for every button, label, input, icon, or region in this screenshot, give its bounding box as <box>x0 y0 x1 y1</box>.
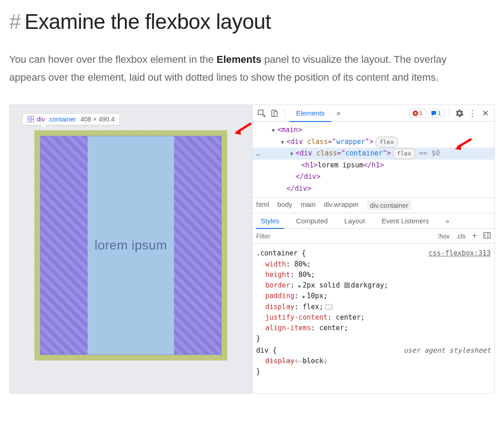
intro-paragraph: You can hover over the flexbox element i… <box>9 50 477 86</box>
divider <box>449 109 449 118</box>
red-arrow-left <box>234 122 252 136</box>
decl-align[interactable]: align-items: center; <box>256 323 491 333</box>
styles-filter-bar: :hov .cls + <box>252 229 494 244</box>
dollar-zero: == $0 <box>419 149 440 157</box>
svg-rect-6 <box>274 111 277 116</box>
breadcrumb-wrapper[interactable]: div.wrapper <box>324 200 358 210</box>
settings-icon[interactable] <box>454 108 465 119</box>
rule-div-ua: div { user agent stylesheet <box>256 345 491 356</box>
preview-content-text: lorem ipsum <box>95 238 167 253</box>
error-badge[interactable]: 1 <box>409 109 426 118</box>
close-icon[interactable]: ✕ <box>480 108 491 119</box>
source-link[interactable]: css-flexbox:313 <box>429 248 491 259</box>
flex-badge[interactable]: flex <box>375 137 398 148</box>
sidebar-toggle-icon[interactable] <box>483 232 491 240</box>
inspect-tooltip: div.container 408 × 490.4 <box>22 113 120 125</box>
red-arrow-right <box>454 138 472 151</box>
rule-container: .container { css-flexbox:313 <box>256 248 491 259</box>
elements-tab[interactable]: Elements <box>290 105 331 122</box>
more-tabs[interactable]: » <box>333 108 344 119</box>
color-swatch[interactable] <box>344 283 350 288</box>
decl-height[interactable]: height: 80%; <box>256 270 491 280</box>
tooltip-tag: div <box>37 116 45 123</box>
svg-rect-1 <box>31 116 34 119</box>
page-heading: # Examine the flexbox layout <box>9 9 495 34</box>
svg-rect-8 <box>431 111 436 115</box>
decl-padding[interactable]: padding: ▶10px; <box>256 291 491 301</box>
ua-stylesheet-label: user agent stylesheet <box>403 345 491 356</box>
expand-icon[interactable]: ▶ <box>302 294 305 299</box>
breadcrumb-body[interactable]: body <box>277 200 292 210</box>
intro-bold: Elements <box>217 54 262 65</box>
dom-node-h1[interactable]: <h1>lorem ipsum</h1> <box>252 160 494 172</box>
divider <box>285 109 285 118</box>
dom-close-div[interactable]: </div> <box>252 171 494 183</box>
flex-space-left <box>40 136 88 355</box>
dom-tree[interactable]: ▼<main> ▼<div class="wrapper">flex …▼<di… <box>252 122 494 197</box>
dom-close-div[interactable]: </div> <box>252 183 494 195</box>
disclosure-triangle-icon[interactable]: ▼ <box>290 150 296 159</box>
filter-input[interactable] <box>256 233 431 240</box>
devtools-screenshot: div.container 408 × 490.4 lorem ipsum El… <box>9 105 495 394</box>
breadcrumb-html[interactable]: html <box>256 200 269 210</box>
decl-display-overridden[interactable]: display: block; <box>256 356 491 366</box>
tab-computed[interactable]: Computed <box>288 213 336 228</box>
flex-overlay-inner: lorem ipsum <box>40 136 222 355</box>
ellipsis-icon[interactable]: … <box>256 148 260 160</box>
dom-node-main[interactable]: ▼<main> <box>252 124 494 136</box>
new-rule-button[interactable]: + <box>472 231 477 241</box>
flex-space-right <box>174 136 221 355</box>
cls-toggle[interactable]: .cls <box>456 233 465 240</box>
tab-layout[interactable]: Layout <box>336 213 373 228</box>
svg-rect-2 <box>28 120 31 122</box>
disclosure-triangle-icon[interactable]: ▼ <box>281 139 286 147</box>
heading-title: Examine the flexbox layout <box>25 9 271 34</box>
issues-badge[interactable]: 1 <box>428 109 444 118</box>
flex-badge[interactable]: flex <box>393 148 415 159</box>
toggle-device-icon[interactable] <box>269 108 280 119</box>
devtools-toolbar: Elements » 1 1 ⋮ ✕ <box>252 105 494 122</box>
decl-justify[interactable]: justify-content: center; <box>256 312 491 323</box>
heading-hash: # <box>9 9 21 34</box>
inspect-element-icon[interactable] <box>256 108 267 119</box>
devtools-panel: Elements » 1 1 ⋮ ✕ ▼<main> ▼<div class="… <box>252 105 494 393</box>
more-subtabs[interactable]: » <box>437 213 458 228</box>
breadcrumb-main[interactable]: main <box>301 200 316 210</box>
tooltip-dimensions: 408 × 490.4 <box>80 116 114 123</box>
expand-icon[interactable]: ▶ <box>298 283 301 288</box>
tooltip-class: .container <box>48 116 76 123</box>
tab-event-listeners[interactable]: Event Listeners <box>373 213 437 228</box>
flex-icon <box>28 116 34 122</box>
svg-rect-3 <box>31 120 34 122</box>
dom-breadcrumb[interactable]: html body main div.wrapper div.container <box>252 197 494 213</box>
svg-rect-0 <box>28 116 31 119</box>
flex-overlay-outer: lorem ipsum <box>34 130 227 360</box>
decl-border[interactable]: border: ▶2px solid darkgray; <box>256 280 491 291</box>
page-preview-pane: div.container 408 × 490.4 lorem ipsum <box>10 105 252 393</box>
hov-toggle[interactable]: :hov <box>437 233 449 240</box>
disclosure-triangle-icon[interactable]: ▼ <box>272 127 277 135</box>
kebab-menu-icon[interactable]: ⋮ <box>467 108 478 119</box>
decl-width[interactable]: width: 80%; <box>256 259 491 270</box>
styles-pane[interactable]: .container { css-flexbox:313 width: 80%;… <box>252 244 494 393</box>
flexbox-editor-icon[interactable] <box>325 304 332 310</box>
tab-styles[interactable]: Styles <box>252 213 288 228</box>
styles-subtabs: Styles Computed Layout Event Listeners » <box>252 213 494 229</box>
breadcrumb-container-selected[interactable]: div.container <box>367 200 411 210</box>
decl-display[interactable]: display: flex; <box>256 302 491 312</box>
